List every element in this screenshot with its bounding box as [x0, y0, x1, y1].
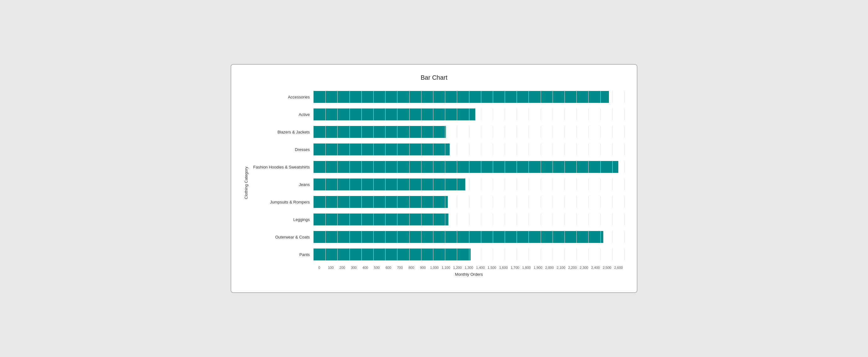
grid-line [600, 126, 601, 138]
bar-label: Pants [251, 252, 313, 257]
grid-line [612, 178, 613, 190]
grid-line [481, 108, 481, 120]
bar-fill [313, 249, 471, 260]
grid-line [553, 126, 553, 138]
grid-line [517, 143, 517, 155]
bar-row: Active [251, 106, 624, 123]
grid-line [493, 214, 493, 225]
grid-line [517, 108, 517, 120]
x-tick: 1,300 [463, 266, 475, 269]
x-tick: 1,600 [498, 266, 509, 269]
grid-line [588, 178, 589, 190]
grid-line [588, 126, 589, 138]
grid-line [612, 231, 613, 243]
grid-line [541, 126, 541, 138]
grid-line [553, 214, 553, 225]
grid-line [457, 126, 457, 138]
grid-line [588, 196, 589, 208]
bar-track [313, 108, 624, 120]
grid-line [541, 196, 541, 208]
grid-line [469, 196, 469, 208]
grid-line [564, 196, 565, 208]
bar-fill [313, 143, 450, 155]
grid-line [588, 108, 589, 120]
grid-line [612, 143, 613, 155]
x-axis-label: Monthly Orders [313, 272, 624, 277]
grid-line [553, 196, 553, 208]
bar-track [313, 196, 624, 208]
x-tick: 500 [371, 266, 383, 269]
bar-row: Blazers & Jackets [251, 124, 624, 140]
grid-line [564, 108, 565, 120]
grid-line [612, 126, 613, 138]
grid-line [528, 249, 529, 260]
grid-line [528, 108, 529, 120]
grid-line [600, 214, 601, 225]
chart-inner: AccessoriesActiveBlazers & JacketsDresse… [251, 89, 624, 277]
bar-row: Dresses [251, 141, 624, 158]
x-tick: 2,100 [555, 266, 567, 269]
grid-line [493, 249, 493, 260]
grid-line [588, 249, 589, 260]
x-tick: 400 [360, 266, 371, 269]
bar-label: Leggings [251, 217, 313, 222]
grid-line [624, 91, 625, 103]
x-tick: 2,400 [590, 266, 601, 269]
grid-line [493, 178, 493, 190]
grid-line [505, 108, 505, 120]
bar-label: Jumpsuits & Rompers [251, 200, 313, 204]
grid-line [541, 108, 541, 120]
grid-line [517, 178, 517, 190]
grid-line [517, 249, 517, 260]
grid-line [469, 214, 469, 225]
grid-line [564, 178, 565, 190]
bar-rows: AccessoriesActiveBlazers & JacketsDresse… [251, 89, 624, 263]
grid-line [624, 196, 625, 208]
grid-line [493, 196, 493, 208]
x-tick: 1,100 [440, 266, 452, 269]
x-tick: 2,300 [578, 266, 590, 269]
grid-line [517, 214, 517, 225]
bar-fill [313, 108, 475, 120]
x-tick: 2,200 [567, 266, 578, 269]
grid-line [624, 126, 625, 138]
chart-container: Bar Chart Clothing Category AccessoriesA… [230, 64, 638, 293]
bar-fill [313, 214, 448, 225]
bar-label: Blazers & Jackets [251, 130, 313, 134]
grid-line [481, 143, 481, 155]
chart-area: Clothing Category AccessoriesActiveBlaze… [244, 89, 624, 277]
bars-and-grid: AccessoriesActiveBlazers & JacketsDresse… [251, 89, 624, 264]
grid-line [612, 108, 613, 120]
grid-line [612, 91, 613, 103]
bar-track [313, 231, 624, 243]
grid-line [481, 196, 481, 208]
grid-line [600, 108, 601, 120]
x-tick: 200 [337, 266, 348, 269]
bar-label: Dresses [251, 147, 313, 152]
grid-line [564, 249, 565, 260]
x-tick: 100 [325, 266, 337, 269]
grid-line [541, 143, 541, 155]
bar-fill [313, 91, 609, 103]
grid-line [505, 126, 505, 138]
bar-fill [313, 231, 603, 243]
grid-line [612, 196, 613, 208]
grid-line [493, 143, 493, 155]
bar-fill [313, 126, 446, 138]
bar-row: Outerwear & Coats [251, 229, 624, 245]
grid-line [600, 143, 601, 155]
grid-line [624, 178, 625, 190]
grid-line [600, 249, 601, 260]
grid-line [469, 143, 469, 155]
grid-line [493, 126, 493, 138]
grid-line [624, 161, 625, 173]
grid-line [553, 249, 553, 260]
grid-line [624, 214, 625, 225]
x-tick: 0 [313, 266, 325, 269]
grid-line [624, 249, 625, 260]
grid-line [505, 249, 505, 260]
bar-fill [313, 196, 448, 208]
grid-line [505, 143, 505, 155]
grid-line [541, 249, 541, 260]
grid-line [564, 143, 565, 155]
